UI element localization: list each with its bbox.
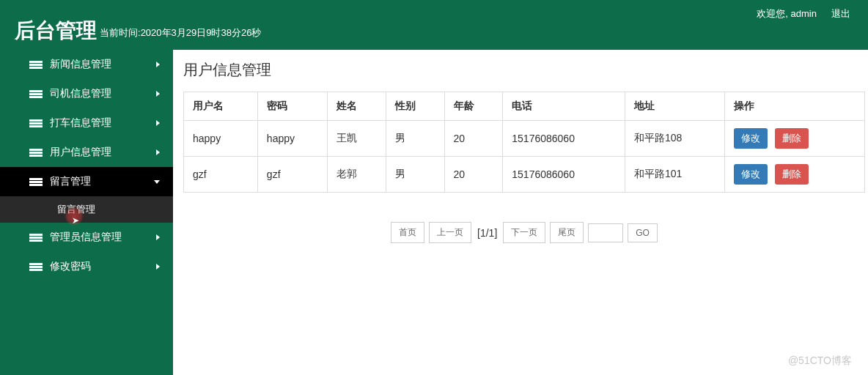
table-row: happy happy 王凯 男 20 15176086060 和平路108 修… xyxy=(184,121,865,157)
chevron-right-icon xyxy=(156,149,160,155)
page-input[interactable] xyxy=(588,223,623,242)
sidebar-item-driver[interactable]: 司机信息管理 xyxy=(0,79,173,108)
col-password: 密码 xyxy=(257,92,327,121)
chevron-down-icon xyxy=(154,180,160,184)
last-page-button[interactable]: 尾页 xyxy=(550,222,584,243)
delete-button[interactable]: 删除 xyxy=(775,164,809,185)
chevron-right-icon xyxy=(156,120,160,126)
col-address: 地址 xyxy=(625,92,724,121)
next-page-button[interactable]: 下一页 xyxy=(503,222,545,243)
sidebar-item-admin[interactable]: 管理员信息管理 xyxy=(0,223,173,252)
submenu: 留言管理 ➤ xyxy=(0,196,173,223)
chevron-right-icon xyxy=(156,264,160,270)
pagination: 首页 上一页 [1/1] 下一页 尾页 GO xyxy=(183,222,865,243)
sidebar: 新闻信息管理 司机信息管理 打车信息管理 用户信息管理 留言管理 留言管理 xyxy=(0,50,173,375)
col-name: 姓名 xyxy=(327,92,386,121)
sidebar-item-label: 管理员信息管理 xyxy=(50,231,122,244)
watermark: @51CTO博客 xyxy=(788,354,852,368)
table-row: gzf gzf 老郭 男 20 15176086060 和平路101 修改 删除 xyxy=(184,157,865,193)
first-page-button[interactable]: 首页 xyxy=(391,222,424,243)
sidebar-item-message[interactable]: 留言管理 xyxy=(0,167,173,196)
sidebar-item-taxi[interactable]: 打车信息管理 xyxy=(0,108,173,138)
header-right: 欢迎您, admin 退出 xyxy=(757,7,850,21)
col-username: 用户名 xyxy=(184,92,258,121)
logout-link[interactable]: 退出 xyxy=(831,7,850,21)
prev-page-button[interactable]: 上一页 xyxy=(429,222,471,243)
chevron-right-icon xyxy=(156,91,160,97)
sidebar-item-label: 修改密码 xyxy=(50,260,91,273)
page-title: 用户信息管理 xyxy=(183,60,865,80)
header: 后台管理 当前时间:2020年3月29日9时38分26秒 欢迎您, admin … xyxy=(0,0,868,50)
chevron-right-icon xyxy=(156,62,160,67)
col-age: 年龄 xyxy=(444,92,503,121)
sidebar-item-label: 新闻信息管理 xyxy=(50,58,111,71)
sidebar-item-label: 打车信息管理 xyxy=(50,116,111,130)
user-table: 用户名 密码 姓名 性别 年龄 电话 地址 操作 happy happy 王凯 … xyxy=(183,92,865,193)
delete-button[interactable]: 删除 xyxy=(775,128,809,149)
sidebar-item-label: 留言管理 xyxy=(50,175,91,188)
content: 用户信息管理 用户名 密码 姓名 性别 年龄 电话 地址 操作 happy ha… xyxy=(173,50,868,375)
page-info: [1/1] xyxy=(477,227,497,239)
sidebar-item-label: 用户信息管理 xyxy=(50,146,111,159)
app-title: 后台管理 xyxy=(15,21,97,41)
chevron-right-icon xyxy=(156,234,160,240)
welcome-text: 欢迎您, admin xyxy=(757,7,817,21)
col-gender: 性别 xyxy=(386,92,444,121)
current-time: 当前时间:2020年3月29日9时38分26秒 xyxy=(100,26,261,40)
sidebar-item-news[interactable]: 新闻信息管理 xyxy=(0,50,173,79)
sidebar-item-label: 司机信息管理 xyxy=(50,87,111,100)
sidebar-item-password[interactable]: 修改密码 xyxy=(0,252,173,281)
go-button[interactable]: GO xyxy=(628,223,658,242)
edit-button[interactable]: 修改 xyxy=(734,128,768,149)
col-phone: 电话 xyxy=(503,92,625,121)
sidebar-item-user[interactable]: 用户信息管理 xyxy=(0,138,173,167)
edit-button[interactable]: 修改 xyxy=(734,164,768,185)
submenu-item-label: 留言管理 xyxy=(57,203,95,216)
submenu-item-message[interactable]: 留言管理 xyxy=(0,196,173,223)
col-actions: 操作 xyxy=(724,92,864,121)
